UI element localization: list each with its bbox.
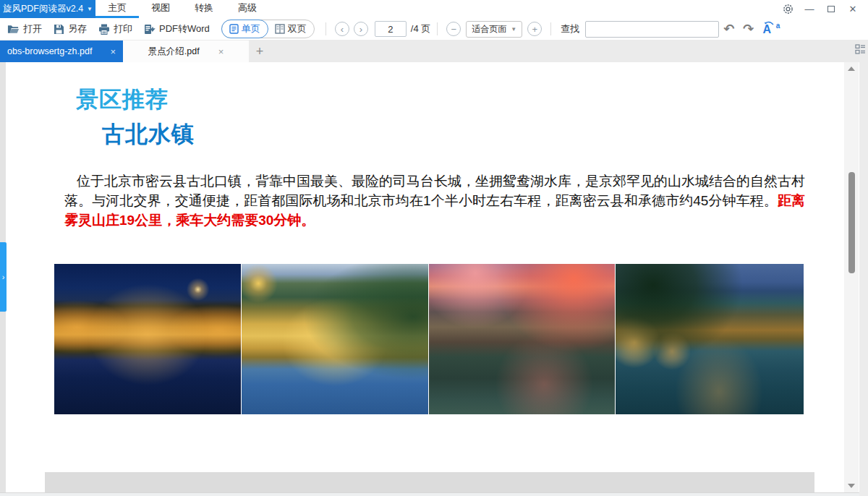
scrollbar-up-arrow[interactable] [848, 67, 855, 71]
pdf-paragraph: 位于北京市密云县古北口镇，背靠中国最美、最险的司马台长城，坐拥鸳鸯湖水库，是京郊… [64, 171, 805, 230]
scrollbar-thumb[interactable] [848, 172, 855, 273]
find-label: 查找 [561, 22, 579, 35]
new-tab-button[interactable]: + [249, 40, 271, 62]
plus-icon: + [532, 25, 537, 34]
double-page-button[interactable]: 双页 [268, 20, 314, 38]
print-button[interactable]: 打印 [98, 22, 132, 35]
pdf-to-word-button[interactable]: PDF转Word [144, 22, 210, 35]
pdf-heading-recommend: 景区推荐 [76, 85, 169, 115]
save-icon [54, 24, 64, 35]
chevron-right-icon: › [2, 273, 5, 281]
window-controls: — ✕ [780, 0, 868, 18]
close-icon[interactable]: × [110, 47, 116, 56]
tab-view[interactable]: 视图 [139, 0, 182, 18]
pdf-to-word-icon [144, 24, 156, 35]
translate-icon[interactable]: A a [762, 22, 780, 36]
title-bar: 旋风PDF阅读器v2.4 ▼ 主页 视图 转换 高级 — ✕ [0, 0, 868, 18]
zoom-out-button[interactable]: − [446, 22, 461, 36]
settings-icon[interactable] [780, 2, 796, 17]
doc-tab-scenic-intro[interactable]: 景点介绍.pdf × [123, 40, 249, 62]
divider [550, 22, 551, 35]
zoom-in-button[interactable]: + [527, 22, 542, 36]
double-page-icon [275, 24, 285, 34]
page-end-background [45, 472, 814, 492]
chevron-down-icon: ▼ [511, 26, 516, 33]
scrollbar-down-arrow[interactable] [848, 484, 855, 488]
tab-advanced[interactable]: 高级 [226, 0, 269, 18]
page-total-label: /4 页 [411, 22, 430, 35]
window-bottom-edge [0, 492, 868, 496]
search-input[interactable] [585, 21, 719, 38]
next-page-button[interactable]: › [354, 22, 368, 36]
single-page-icon [229, 24, 239, 34]
photo-row [54, 264, 804, 414]
app-menu-button[interactable]: 旋风PDF阅读器v2.4 ▼ [0, 0, 95, 18]
chevron-left-icon: ‹ [341, 25, 344, 34]
pdf-viewport: › 景区推荐 古北水镇 位于北京市密云县古北口镇，背靠中国最美、最险的司马台长城… [0, 62, 868, 496]
sidebar-expander[interactable]: › [0, 242, 7, 312]
photo-sunset-town [429, 264, 615, 414]
divider [437, 22, 438, 35]
close-button[interactable]: ✕ [845, 2, 861, 17]
zoom-level-dropdown[interactable]: 适合页面 ▼ [466, 21, 522, 38]
photo-dusk-valley [242, 264, 428, 414]
tab-convert[interactable]: 转换 [182, 0, 226, 18]
chevron-right-icon: › [359, 25, 362, 34]
pdf-heading-gubei: 古北水镇 [102, 119, 195, 150]
thumbnail-panel-icon[interactable] [855, 43, 866, 59]
prev-page-button[interactable]: ‹ [335, 22, 349, 36]
app-title: 旋风PDF阅读器v2.4 [3, 3, 83, 15]
close-icon[interactable]: × [218, 47, 224, 56]
photo-blue-hour-river [616, 264, 804, 414]
chevron-down-icon: ▼ [87, 6, 93, 12]
page-mode-group: 单页 双页 [221, 20, 315, 38]
ribbon-tabs: 主页 视图 转换 高级 [95, 0, 269, 18]
divider [326, 22, 326, 35]
open-button[interactable]: 打开 [7, 22, 42, 35]
toolbar: 打开 另存 打印 PDF转Word 单页 双页 ‹ › / [0, 18, 868, 40]
minimize-button[interactable]: — [801, 2, 817, 17]
redo-icon[interactable]: ↷ [743, 22, 754, 35]
app-window: 旋风PDF阅读器v2.4 ▼ 主页 视图 转换 高级 — ✕ 打开 另存 [0, 0, 868, 496]
save-as-button[interactable]: 另存 [54, 22, 87, 35]
maximize-icon [827, 6, 835, 12]
maximize-button[interactable] [823, 2, 839, 17]
tab-home[interactable]: 主页 [95, 0, 139, 18]
minus-icon: − [451, 25, 457, 34]
doc-tab-obs-browsertg[interactable]: obs-browsertg-zh.pdf × [0, 40, 123, 62]
scrollbar-track[interactable] [844, 62, 859, 492]
photo-night-canal [54, 264, 241, 414]
folder-open-icon [7, 24, 20, 35]
single-page-button[interactable]: 单页 [221, 20, 268, 38]
printer-icon [98, 24, 110, 35]
document-tab-bar: obs-browsertg-zh.pdf × 景点介绍.pdf × + [0, 40, 868, 62]
undo-icon[interactable]: ↶ [723, 22, 734, 35]
body-text: 位于北京市密云县古北口镇，背靠中国最美、最险的司马台长城，坐拥鸳鸯湖水库，是京郊… [64, 174, 805, 208]
right-edge-panel [859, 40, 868, 496]
page-number-input[interactable] [375, 21, 407, 37]
